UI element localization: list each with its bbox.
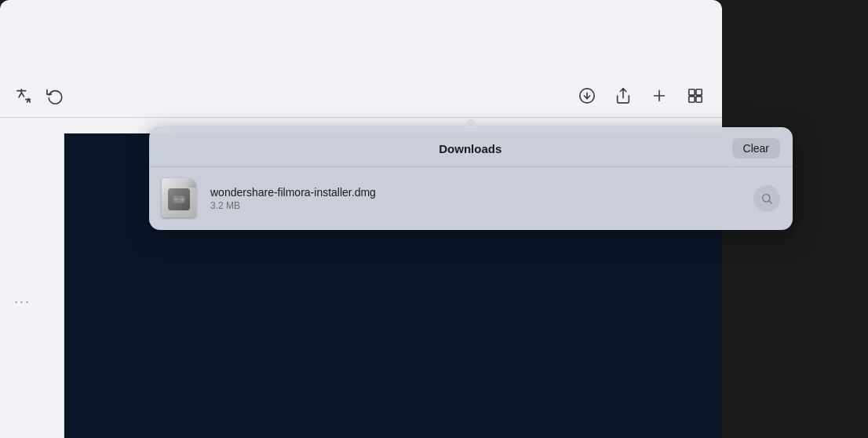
sidebar: ...: [0, 133, 64, 438]
hard-drive-icon: [172, 192, 186, 206]
popover-title: Downloads: [209, 142, 732, 155]
toolbar-left: [13, 85, 66, 107]
clear-button[interactable]: Clear: [732, 138, 780, 159]
file-icon: [162, 178, 199, 219]
popover-header: Downloads Clear: [149, 127, 793, 166]
sidebar-dots: ...: [14, 290, 31, 307]
download-icon[interactable]: [576, 85, 598, 107]
download-info: wondershare-filmora-installer.dmg 3.2 MB: [210, 186, 742, 211]
toolbar-right: [576, 85, 706, 107]
magnifier-icon: [760, 192, 773, 205]
popover-arrow: [461, 118, 481, 128]
svg-rect-6: [696, 89, 702, 95]
translate-icon[interactable]: [13, 85, 35, 107]
svg-point-12: [763, 195, 770, 202]
svg-point-10: [181, 199, 184, 201]
download-size: 3.2 MB: [210, 200, 742, 211]
show-in-finder-button[interactable]: [753, 185, 780, 212]
download-filename: wondershare-filmora-installer.dmg: [210, 186, 742, 199]
dmg-icon-inner: [168, 188, 190, 210]
downloads-popover: Downloads Clear wondershare-filmora-inst…: [149, 127, 793, 230]
svg-line-13: [769, 201, 771, 203]
svg-rect-5: [689, 89, 695, 95]
tab-overview-icon[interactable]: [684, 85, 706, 107]
download-item: wondershare-filmora-installer.dmg 3.2 MB: [149, 167, 793, 230]
toolbar: [0, 75, 722, 118]
svg-rect-8: [696, 97, 702, 102]
refresh-icon[interactable]: [44, 85, 66, 107]
add-tab-icon[interactable]: [648, 85, 670, 107]
dmg-icon: [162, 178, 196, 217]
share-icon[interactable]: [612, 85, 634, 107]
svg-rect-7: [689, 97, 695, 102]
